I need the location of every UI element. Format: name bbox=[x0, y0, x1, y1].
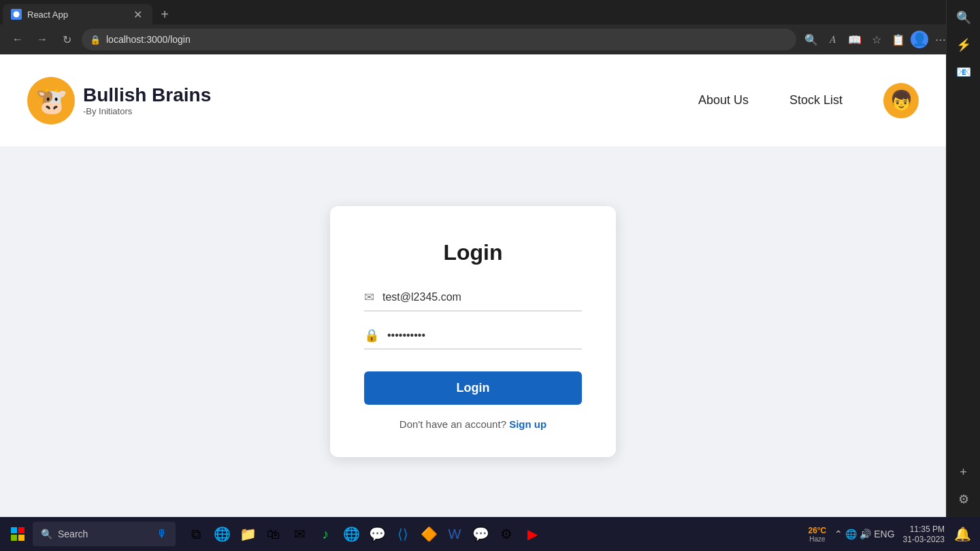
nav-links: About Us Stock List 👦 bbox=[698, 83, 919, 118]
sidebar-discover-icon[interactable]: ⚡ bbox=[951, 33, 976, 57]
svg-rect-2 bbox=[18, 527, 24, 533]
profile-avatar[interactable]: 👤 bbox=[911, 31, 928, 48]
lock-icon: 🔒 bbox=[364, 328, 379, 343]
nav-about-us[interactable]: About Us bbox=[698, 93, 749, 107]
signup-prompt: Don't have an account? Sign up bbox=[364, 418, 582, 430]
immersive-reader-icon[interactable]: 📖 bbox=[845, 30, 864, 49]
login-card: Login ✉ 🔒 Login Don't have an account? S… bbox=[330, 206, 616, 457]
taskbar-vscode[interactable]: ⟨⟩ bbox=[391, 522, 415, 546]
taskbar-app-icons: ⧉ 🌐 📁 🛍 ✉ ♪ 🌐 💬 ⟨⟩ 🔶 W 💬 ⚙ ▶ bbox=[184, 522, 544, 546]
taskbar-search-text: Search bbox=[58, 529, 88, 539]
main-content: Login ✉ 🔒 Login Don't have an account? S… bbox=[0, 146, 946, 517]
brand: 🐮 Bullish Brains -By Initiators bbox=[27, 77, 211, 124]
address-bar[interactable]: 🔒 localhost:3000/login bbox=[82, 29, 796, 50]
taskbar-settings[interactable]: ⚙ bbox=[494, 522, 519, 546]
edge-sidebar: 🔍 ⚡ 📧 + ⚙ bbox=[946, 0, 980, 517]
lock-icon: 🔒 bbox=[90, 35, 101, 45]
password-field-group: 🔒 bbox=[364, 328, 582, 350]
taskbar-spotify[interactable]: ♪ bbox=[313, 522, 338, 546]
logo-image: 🐮 bbox=[35, 86, 67, 116]
clock-widget[interactable]: 11:35 PM 31-03-2023 bbox=[903, 524, 945, 545]
email-input[interactable] bbox=[382, 291, 582, 303]
taskbar-whatsapp[interactable]: 💬 bbox=[468, 522, 493, 546]
back-button[interactable]: ← bbox=[8, 30, 27, 49]
reload-button[interactable]: ↻ bbox=[57, 30, 76, 49]
taskbar: 🔍 Search 🎙 ⧉ 🌐 📁 🛍 ✉ ♪ 🌐 💬 ⟨⟩ 🔶 W 💬 ⚙ ▶ … bbox=[0, 517, 980, 551]
brand-sub: -By Initiators bbox=[83, 106, 211, 116]
cortana-icon: 🎙 bbox=[157, 528, 167, 540]
tab-close-button[interactable]: ✕ bbox=[131, 7, 144, 21]
sidebar-customize-icon[interactable]: ⚙ bbox=[951, 487, 976, 512]
notification-icon[interactable]: 🔔 bbox=[950, 522, 975, 546]
favorites-icon[interactable]: ☆ bbox=[867, 30, 886, 49]
tray-volume-icon[interactable]: 🔊 bbox=[860, 529, 871, 539]
brand-name: Bullish Brains bbox=[83, 84, 211, 106]
taskbar-search-bar[interactable]: 🔍 Search 🎙 bbox=[33, 522, 176, 546]
page-content: 🐮 Bullish Brains -By Initiators About Us… bbox=[0, 54, 946, 517]
tray-network-icon[interactable]: 🌐 bbox=[845, 529, 857, 539]
email-icon: ✉ bbox=[364, 290, 374, 305]
weather-label: Haze bbox=[809, 535, 825, 543]
svg-point-0 bbox=[14, 12, 20, 18]
taskbar-mail[interactable]: ✉ bbox=[287, 522, 312, 546]
brand-logo: 🐮 bbox=[27, 77, 75, 124]
svg-rect-4 bbox=[18, 535, 24, 541]
email-field-group: ✉ bbox=[364, 290, 582, 312]
signup-link[interactable]: Sign up bbox=[509, 418, 546, 430]
taskbar-youtube[interactable]: ▶ bbox=[520, 522, 544, 546]
read-aloud-icon[interactable]: 𝐴 bbox=[823, 30, 843, 49]
weather-widget: 26°C Haze bbox=[808, 526, 826, 543]
tray-lang[interactable]: ENG bbox=[874, 529, 894, 539]
taskbar-task-view[interactable]: ⧉ bbox=[184, 522, 208, 546]
navbar: 🐮 Bullish Brains -By Initiators About Us… bbox=[0, 54, 946, 146]
taskbar-git[interactable]: 🔶 bbox=[416, 522, 441, 546]
svg-rect-1 bbox=[11, 527, 17, 533]
search-toolbar-icon[interactable]: 🔍 bbox=[802, 30, 821, 49]
brand-text-group: Bullish Brains -By Initiators bbox=[83, 84, 211, 116]
clock-time: 11:35 PM bbox=[910, 524, 945, 535]
address-text: localhost:3000/login bbox=[106, 34, 191, 45]
taskbar-explorer[interactable]: 📁 bbox=[235, 522, 260, 546]
browser-tab[interactable]: React App ✕ bbox=[3, 4, 152, 24]
login-title: Login bbox=[364, 240, 582, 265]
taskbar-edge[interactable]: 🌐 bbox=[210, 522, 234, 546]
tray-icons: ⌃ 🌐 🔊 ENG bbox=[834, 529, 894, 539]
password-input[interactable] bbox=[387, 329, 582, 341]
system-tray: 26°C Haze ⌃ 🌐 🔊 ENG 11:35 PM 31-03-2023 … bbox=[808, 522, 975, 546]
signup-prompt-text: Don't have an account? bbox=[399, 418, 506, 430]
tab-title: React App bbox=[27, 10, 125, 20]
nav-stock-list[interactable]: Stock List bbox=[789, 93, 843, 107]
login-button[interactable]: Login bbox=[364, 371, 582, 405]
new-tab-button[interactable]: + bbox=[155, 5, 174, 24]
taskbar-word[interactable]: W bbox=[442, 522, 467, 546]
weather-temp: 26°C bbox=[808, 526, 826, 535]
tab-favicon bbox=[11, 9, 22, 20]
collections-icon[interactable]: 📋 bbox=[889, 30, 908, 49]
svg-rect-3 bbox=[11, 535, 17, 541]
sidebar-search-icon[interactable]: 🔍 bbox=[951, 5, 976, 30]
taskbar-store[interactable]: 🛍 bbox=[261, 522, 286, 546]
sidebar-add-icon[interactable]: + bbox=[951, 460, 976, 484]
start-button[interactable] bbox=[5, 522, 30, 546]
taskbar-search-icon: 🔍 bbox=[41, 529, 52, 539]
sidebar-outlook-icon[interactable]: 📧 bbox=[951, 60, 976, 84]
tray-up-icon[interactable]: ⌃ bbox=[834, 529, 843, 539]
taskbar-teams[interactable]: 💬 bbox=[365, 522, 389, 546]
user-avatar-nav[interactable]: 👦 bbox=[883, 83, 919, 118]
forward-button[interactable]: → bbox=[33, 30, 52, 49]
taskbar-chrome[interactable]: 🌐 bbox=[339, 522, 363, 546]
clock-date: 31-03-2023 bbox=[903, 535, 945, 544]
